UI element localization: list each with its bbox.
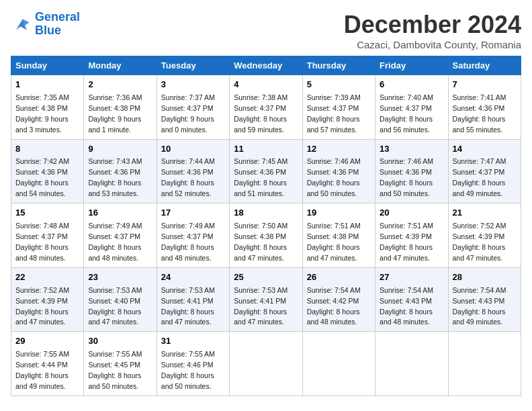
day-info: Sunrise: 7:54 AM Sunset: 4:43 PM Dayligh… bbox=[380, 286, 433, 326]
day-cell-3: 3Sunrise: 7:37 AM Sunset: 4:37 PM Daylig… bbox=[157, 75, 229, 140]
day-number: 6 bbox=[380, 79, 443, 91]
day-cell-9: 9Sunrise: 7:43 AM Sunset: 4:36 PM Daylig… bbox=[84, 139, 157, 203]
day-number: 13 bbox=[380, 143, 443, 156]
empty-cell bbox=[302, 332, 375, 396]
calendar-week-5: 29Sunrise: 7:55 AM Sunset: 4:44 PM Dayli… bbox=[11, 332, 521, 396]
day-cell-6: 6Sunrise: 7:40 AM Sunset: 4:37 PM Daylig… bbox=[375, 75, 448, 140]
day-number: 3 bbox=[161, 79, 225, 91]
weekday-header-wednesday: Wednesday bbox=[230, 56, 302, 75]
day-info: Sunrise: 7:42 AM Sunset: 4:36 PM Dayligh… bbox=[15, 157, 69, 197]
calendar-week-3: 15Sunrise: 7:48 AM Sunset: 4:37 PM Dayli… bbox=[11, 203, 521, 268]
weekday-header-tuesday: Tuesday bbox=[157, 56, 229, 75]
day-number: 8 bbox=[15, 143, 79, 156]
day-number: 21 bbox=[453, 207, 517, 220]
day-info: Sunrise: 7:39 AM Sunset: 4:37 PM Dayligh… bbox=[307, 93, 361, 134]
day-cell-14: 14Sunrise: 7:47 AM Sunset: 4:37 PM Dayli… bbox=[448, 139, 521, 203]
day-number: 2 bbox=[88, 79, 152, 91]
day-number: 15 bbox=[15, 207, 79, 220]
day-number: 14 bbox=[453, 143, 517, 156]
title-block: December 2024 Cazaci, Dambovita County, … bbox=[344, 11, 521, 50]
day-number: 20 bbox=[380, 207, 443, 220]
day-info: Sunrise: 7:55 AM Sunset: 4:44 PM Dayligh… bbox=[15, 350, 69, 390]
day-number: 5 bbox=[307, 79, 371, 91]
weekday-header-friday: Friday bbox=[375, 56, 448, 75]
calendar-week-1: 1Sunrise: 7:35 AM Sunset: 4:38 PM Daylig… bbox=[11, 75, 521, 140]
day-number: 25 bbox=[234, 271, 298, 284]
month-title: December 2024 bbox=[344, 11, 521, 39]
day-cell-13: 13Sunrise: 7:46 AM Sunset: 4:36 PM Dayli… bbox=[375, 139, 448, 203]
day-info: Sunrise: 7:46 AM Sunset: 4:36 PM Dayligh… bbox=[380, 157, 433, 197]
day-number: 26 bbox=[307, 271, 371, 284]
day-info: Sunrise: 7:46 AM Sunset: 4:36 PM Dayligh… bbox=[307, 157, 361, 197]
day-cell-28: 28Sunrise: 7:54 AM Sunset: 4:43 PM Dayli… bbox=[448, 267, 521, 332]
day-info: Sunrise: 7:55 AM Sunset: 4:46 PM Dayligh… bbox=[161, 350, 215, 390]
day-cell-21: 21Sunrise: 7:52 AM Sunset: 4:39 PM Dayli… bbox=[448, 203, 521, 268]
day-cell-2: 2Sunrise: 7:36 AM Sunset: 4:38 PM Daylig… bbox=[84, 75, 157, 140]
day-number: 18 bbox=[234, 207, 298, 220]
day-info: Sunrise: 7:40 AM Sunset: 4:37 PM Dayligh… bbox=[380, 93, 433, 134]
day-number: 27 bbox=[380, 271, 443, 284]
day-cell-11: 11Sunrise: 7:45 AM Sunset: 4:36 PM Dayli… bbox=[230, 139, 302, 203]
day-info: Sunrise: 7:41 AM Sunset: 4:36 PM Dayligh… bbox=[453, 93, 506, 134]
day-number: 12 bbox=[307, 143, 371, 156]
weekday-header-thursday: Thursday bbox=[302, 56, 375, 75]
day-info: Sunrise: 7:50 AM Sunset: 4:38 PM Dayligh… bbox=[234, 222, 287, 262]
day-cell-26: 26Sunrise: 7:54 AM Sunset: 4:42 PM Dayli… bbox=[302, 267, 375, 332]
day-cell-25: 25Sunrise: 7:53 AM Sunset: 4:41 PM Dayli… bbox=[230, 267, 302, 332]
day-info: Sunrise: 7:37 AM Sunset: 4:37 PM Dayligh… bbox=[161, 93, 215, 134]
calendar-week-2: 8Sunrise: 7:42 AM Sunset: 4:36 PM Daylig… bbox=[11, 139, 521, 203]
day-cell-22: 22Sunrise: 7:52 AM Sunset: 4:39 PM Dayli… bbox=[11, 267, 84, 332]
day-cell-4: 4Sunrise: 7:38 AM Sunset: 4:37 PM Daylig… bbox=[230, 75, 302, 140]
day-info: Sunrise: 7:55 AM Sunset: 4:45 PM Dayligh… bbox=[88, 350, 142, 390]
day-cell-24: 24Sunrise: 7:53 AM Sunset: 4:41 PM Dayli… bbox=[157, 267, 229, 332]
day-number: 28 bbox=[453, 271, 517, 284]
day-info: Sunrise: 7:45 AM Sunset: 4:36 PM Dayligh… bbox=[234, 157, 287, 197]
day-cell-5: 5Sunrise: 7:39 AM Sunset: 4:37 PM Daylig… bbox=[302, 75, 375, 140]
day-info: Sunrise: 7:36 AM Sunset: 4:38 PM Dayligh… bbox=[88, 93, 142, 134]
day-number: 1 bbox=[15, 79, 79, 91]
day-cell-31: 31Sunrise: 7:55 AM Sunset: 4:46 PM Dayli… bbox=[157, 332, 229, 396]
day-cell-23: 23Sunrise: 7:53 AM Sunset: 4:40 PM Dayli… bbox=[84, 267, 157, 332]
day-info: Sunrise: 7:51 AM Sunset: 4:39 PM Dayligh… bbox=[380, 222, 433, 262]
day-number: 29 bbox=[15, 335, 79, 348]
day-number: 9 bbox=[88, 143, 152, 156]
day-info: Sunrise: 7:43 AM Sunset: 4:36 PM Dayligh… bbox=[88, 157, 142, 197]
day-number: 31 bbox=[161, 335, 225, 348]
day-cell-12: 12Sunrise: 7:46 AM Sunset: 4:36 PM Dayli… bbox=[302, 139, 375, 203]
day-number: 10 bbox=[161, 143, 225, 156]
calendar-week-4: 22Sunrise: 7:52 AM Sunset: 4:39 PM Dayli… bbox=[11, 267, 521, 332]
day-cell-8: 8Sunrise: 7:42 AM Sunset: 4:36 PM Daylig… bbox=[11, 139, 84, 203]
day-number: 19 bbox=[307, 207, 371, 220]
day-number: 16 bbox=[88, 207, 152, 220]
day-cell-10: 10Sunrise: 7:44 AM Sunset: 4:36 PM Dayli… bbox=[157, 139, 229, 203]
day-info: Sunrise: 7:44 AM Sunset: 4:36 PM Dayligh… bbox=[161, 157, 215, 197]
empty-cell bbox=[230, 332, 302, 396]
day-info: Sunrise: 7:53 AM Sunset: 4:41 PM Dayligh… bbox=[161, 286, 215, 326]
empty-cell bbox=[375, 332, 448, 396]
day-info: Sunrise: 7:53 AM Sunset: 4:41 PM Dayligh… bbox=[234, 286, 287, 326]
day-cell-1: 1Sunrise: 7:35 AM Sunset: 4:38 PM Daylig… bbox=[11, 75, 84, 140]
day-info: Sunrise: 7:49 AM Sunset: 4:37 PM Dayligh… bbox=[161, 222, 215, 262]
weekday-header-saturday: Saturday bbox=[448, 56, 521, 75]
day-number: 4 bbox=[234, 79, 298, 91]
day-cell-29: 29Sunrise: 7:55 AM Sunset: 4:44 PM Dayli… bbox=[11, 332, 84, 396]
day-number: 11 bbox=[234, 143, 298, 156]
day-info: Sunrise: 7:54 AM Sunset: 4:42 PM Dayligh… bbox=[307, 286, 361, 326]
day-info: Sunrise: 7:38 AM Sunset: 4:37 PM Dayligh… bbox=[234, 93, 287, 134]
logo-text: General Blue bbox=[35, 11, 80, 38]
day-cell-19: 19Sunrise: 7:51 AM Sunset: 4:38 PM Dayli… bbox=[302, 203, 375, 268]
day-info: Sunrise: 7:51 AM Sunset: 4:38 PM Dayligh… bbox=[307, 222, 361, 262]
day-cell-30: 30Sunrise: 7:55 AM Sunset: 4:45 PM Dayli… bbox=[84, 332, 157, 396]
day-info: Sunrise: 7:49 AM Sunset: 4:37 PM Dayligh… bbox=[88, 222, 142, 262]
day-number: 30 bbox=[88, 335, 152, 348]
day-info: Sunrise: 7:48 AM Sunset: 4:37 PM Dayligh… bbox=[15, 222, 69, 262]
day-number: 17 bbox=[161, 207, 225, 220]
logo: General Blue bbox=[11, 11, 80, 38]
day-cell-27: 27Sunrise: 7:54 AM Sunset: 4:43 PM Dayli… bbox=[375, 267, 448, 332]
day-number: 23 bbox=[88, 271, 152, 284]
day-info: Sunrise: 7:47 AM Sunset: 4:37 PM Dayligh… bbox=[453, 157, 506, 197]
logo-bird-icon bbox=[11, 15, 32, 34]
day-cell-7: 7Sunrise: 7:41 AM Sunset: 4:36 PM Daylig… bbox=[448, 75, 521, 140]
day-number: 7 bbox=[453, 79, 517, 91]
calendar-table: SundayMondayTuesdayWednesdayThursdayFrid… bbox=[11, 56, 521, 396]
